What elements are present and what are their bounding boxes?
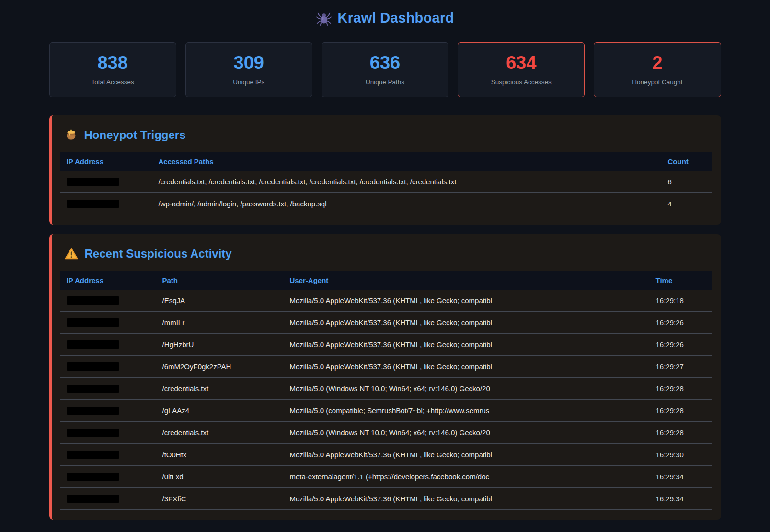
- warning-icon: [65, 247, 78, 260]
- user-agent-cell: Mozilla/5.0 AppleWebKit/537.36 (KHTML, l…: [284, 487, 650, 509]
- count-cell: 6: [662, 171, 712, 193]
- time-cell: 16:29:26: [650, 333, 712, 355]
- suspicious-activity-row: /credentials.txt Mozilla/5.0 (Windows NT…: [60, 421, 712, 443]
- stat-label: Unique IPs: [190, 79, 308, 86]
- path-cell: /mmILr: [156, 311, 284, 333]
- column-header-path: Path: [156, 271, 284, 290]
- stat-value: 309: [190, 53, 308, 74]
- column-header-user-agent: User-Agent: [284, 271, 650, 290]
- honeypot-section-title: Honeypot Triggers: [65, 128, 712, 142]
- stat-card: 838 Total Accesses: [49, 42, 176, 97]
- path-cell: /0ltLxd: [156, 465, 284, 487]
- honeypot-table: IP Address Accessed Paths Count /credent…: [60, 152, 712, 215]
- redacted-ip: [67, 451, 119, 459]
- redacted-ip: [67, 429, 119, 437]
- stat-card: 309 Unique IPs: [185, 42, 312, 97]
- time-cell: 16:29:28: [650, 399, 712, 421]
- redacted-ip: [67, 407, 119, 415]
- path-cell: /3FXfiC: [156, 487, 284, 509]
- path-cell: /EsqJA: [156, 290, 284, 312]
- ip-address-cell: [60, 487, 156, 509]
- redacted-ip: [67, 178, 119, 186]
- stat-card: 636 Unique Paths: [322, 42, 448, 97]
- suspicious-section-title: Recent Suspicious Activity: [65, 247, 712, 260]
- redacted-ip: [67, 200, 119, 208]
- redacted-ip: [67, 318, 119, 327]
- suspicious-activity-row: /credentials.txt Mozilla/5.0 (Windows NT…: [60, 377, 712, 399]
- path-cell: /gLAAz4: [156, 399, 284, 421]
- user-agent-cell: Mozilla/5.0 (Windows NT 10.0; Win64; x64…: [284, 421, 650, 443]
- suspicious-table-header-row: IP Address Path User-Agent Time: [60, 271, 712, 290]
- dashboard-page: Krawl Dashboard 838 Total Accesses 309 U…: [49, 0, 721, 520]
- column-header-time: Time: [650, 271, 712, 290]
- time-cell: 16:29:28: [650, 421, 712, 443]
- ip-address-cell: [60, 443, 156, 465]
- user-agent-cell: meta-externalagent/1.1 (+https://develop…: [284, 465, 650, 487]
- ip-address-cell: [60, 290, 156, 312]
- time-cell: 16:29:34: [650, 487, 712, 509]
- ip-address-cell: [60, 421, 156, 443]
- path-cell: /tO0Htx: [156, 443, 284, 465]
- stat-value: 2: [598, 53, 716, 74]
- suspicious-activity-row: /6mM2OyF0gk2zPAH Mozilla/5.0 AppleWebKit…: [60, 355, 712, 377]
- suspicious-activity-row: /HgHzbrU Mozilla/5.0 AppleWebKit/537.36 …: [60, 333, 712, 355]
- suspicious-activity-row: /EsqJA Mozilla/5.0 AppleWebKit/537.36 (K…: [60, 290, 712, 312]
- app-header: Krawl Dashboard: [49, 10, 721, 26]
- suspicious-activity-row: /3FXfiC Mozilla/5.0 AppleWebKit/537.36 (…: [60, 487, 712, 509]
- spider-icon: [316, 11, 332, 26]
- section-title-text: Recent Suspicious Activity: [85, 247, 232, 260]
- ip-address-cell: [60, 311, 156, 333]
- stat-value: 634: [462, 53, 580, 74]
- redacted-ip: [67, 473, 119, 481]
- column-header-ip-address: IP Address: [60, 271, 156, 290]
- user-agent-cell: Mozilla/5.0 (compatible; SemrushBot/7~bl…: [284, 399, 650, 421]
- suspicious-activity-table: IP Address Path User-Agent Time /EsqJA M…: [60, 271, 712, 510]
- time-cell: 16:29:34: [650, 465, 712, 487]
- count-cell: 4: [662, 192, 712, 215]
- ip-address-cell: [60, 399, 156, 421]
- suspicious-activity-row: /tO0Htx Mozilla/5.0 AppleWebKit/537.36 (…: [60, 443, 712, 465]
- user-agent-cell: Mozilla/5.0 AppleWebKit/537.36 (KHTML, l…: [284, 311, 650, 333]
- honeypot-trigger-row: /wp-admin/, /admin/login, /passwords.txt…: [60, 192, 712, 215]
- suspicious-activity-row: /gLAAz4 Mozilla/5.0 (compatible; Semrush…: [60, 399, 712, 421]
- time-cell: 16:29:26: [650, 311, 712, 333]
- honeypot-table-header-row: IP Address Accessed Paths Count: [60, 152, 712, 171]
- user-agent-cell: Mozilla/5.0 AppleWebKit/537.36 (KHTML, l…: [284, 290, 650, 312]
- accessed-paths-cell: /credentials.txt, /credentials.txt, /cre…: [152, 171, 662, 193]
- path-cell: /credentials.txt: [156, 377, 284, 399]
- suspicious-activity-panel: Recent Suspicious Activity IP Address Pa…: [49, 234, 721, 520]
- stat-label: Suspicious Accesses: [462, 79, 580, 86]
- redacted-ip: [67, 340, 119, 349]
- stats-row: 838 Total Accesses 309 Unique IPs 636 Un…: [49, 42, 721, 97]
- stat-card: 2 Honeypot Caught: [594, 42, 721, 97]
- stat-label: Unique Paths: [326, 79, 444, 86]
- ip-address-cell: [60, 192, 152, 215]
- user-agent-cell: Mozilla/5.0 AppleWebKit/537.36 (KHTML, l…: [284, 355, 650, 377]
- column-header-accessed-paths: Accessed Paths: [152, 152, 662, 171]
- page-title: Krawl Dashboard: [338, 10, 454, 26]
- suspicious-activity-row: /mmILr Mozilla/5.0 AppleWebKit/537.36 (K…: [60, 311, 712, 333]
- redacted-ip: [67, 385, 119, 393]
- stat-label: Total Accesses: [54, 79, 172, 86]
- ip-address-cell: [60, 377, 156, 399]
- redacted-ip: [67, 296, 119, 305]
- time-cell: 16:29:18: [650, 290, 712, 312]
- ip-address-cell: [60, 171, 152, 193]
- honeypot-icon: [65, 128, 78, 141]
- stat-value: 838: [54, 53, 172, 74]
- column-header-count: Count: [662, 152, 712, 171]
- suspicious-activity-row: /0ltLxd meta-externalagent/1.1 (+https:/…: [60, 465, 712, 487]
- ip-address-cell: [60, 465, 156, 487]
- redacted-ip: [67, 362, 119, 371]
- user-agent-cell: Mozilla/5.0 (Windows NT 10.0; Win64; x64…: [284, 377, 650, 399]
- time-cell: 16:29:30: [650, 443, 712, 465]
- path-cell: /credentials.txt: [156, 421, 284, 443]
- time-cell: 16:29:27: [650, 355, 712, 377]
- stat-value: 636: [326, 53, 444, 74]
- time-cell: 16:29:28: [650, 377, 712, 399]
- path-cell: /HgHzbrU: [156, 333, 284, 355]
- user-agent-cell: Mozilla/5.0 AppleWebKit/537.36 (KHTML, l…: [284, 333, 650, 355]
- section-title-text: Honeypot Triggers: [84, 128, 186, 142]
- ip-address-cell: [60, 355, 156, 377]
- column-header-ip-address: IP Address: [60, 152, 152, 171]
